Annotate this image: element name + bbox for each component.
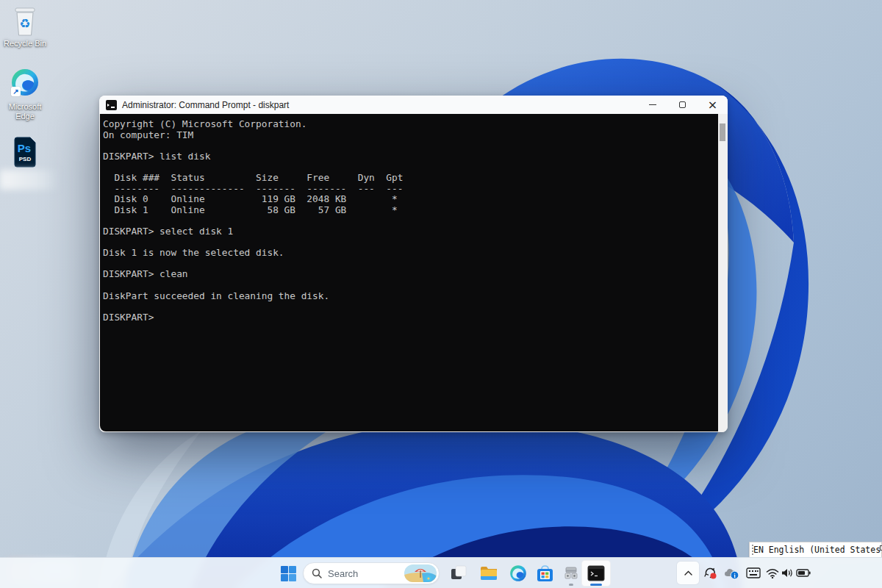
battery-tray-icon[interactable]	[795, 562, 811, 584]
update-restart-tray-icon[interactable]	[700, 562, 720, 584]
edge-taskbar-button[interactable]	[503, 560, 533, 587]
photoshop-psd-icon: Ps PSD	[10, 137, 40, 168]
touch-keyboard-tray-icon[interactable]	[744, 562, 763, 584]
microsoft-edge-icon	[509, 564, 527, 582]
minimize-icon	[649, 104, 656, 105]
taskbar: Search	[0, 557, 882, 588]
command-prompt-taskbar-button[interactable]	[581, 560, 611, 587]
wifi-tray-icon[interactable]	[764, 562, 780, 584]
windows-logo-icon	[281, 566, 296, 581]
language-label: EN English (United States)	[753, 545, 882, 555]
shortcut-arrow-icon: ↗	[11, 87, 21, 96]
scrollbar[interactable]	[718, 114, 727, 431]
search-input[interactable]: Search	[303, 562, 440, 584]
window-title: Administrator: Command Prompt - diskpart	[122, 100, 289, 110]
close-button[interactable]: ×	[698, 96, 728, 114]
maximize-button[interactable]	[667, 96, 698, 114]
volume-tray-icon[interactable]	[780, 562, 795, 584]
desktop-icon-label: Microsoft Edge	[1, 102, 49, 121]
task-view-button[interactable]	[444, 560, 473, 587]
microsoft-store-icon	[537, 565, 553, 582]
command-prompt-window[interactable]: Administrator: Command Prompt - diskpart…	[99, 96, 728, 432]
search-highlight-image	[404, 564, 437, 582]
maximize-icon	[679, 101, 686, 108]
start-button[interactable]	[273, 560, 303, 587]
search-placeholder: Search	[328, 568, 398, 579]
battery-icon	[796, 569, 811, 577]
file-explorer-button[interactable]	[474, 560, 503, 587]
tray-overflow-button[interactable]	[677, 562, 699, 584]
command-prompt-icon	[587, 565, 605, 581]
desktop-icon-microsoft-edge[interactable]: ↗ Microsoft Edge	[1, 68, 49, 121]
microsoft-store-button[interactable]	[530, 560, 559, 587]
recycle-bin-icon: ♻	[10, 6, 40, 37]
terminal-output[interactable]: Copyright (C) Microsoft Corporation. On …	[100, 114, 718, 431]
svg-text:Ps: Ps	[18, 142, 31, 154]
cloud-info-icon: i	[724, 567, 740, 580]
chevron-up-icon	[684, 570, 692, 576]
cmd-icon	[106, 100, 117, 110]
speaker-icon	[781, 567, 794, 578]
minimize-button[interactable]	[637, 96, 667, 114]
scrollbar-thumb[interactable]	[720, 123, 725, 141]
svg-text:♻: ♻	[19, 17, 30, 31]
desktop-icon-psd-file[interactable]: Ps PSD	[1, 137, 49, 168]
window-controls: ×	[637, 96, 728, 114]
sync-update-icon	[703, 566, 717, 580]
desktop-icon-recycle-bin[interactable]: ♻ Recycle Bin	[1, 6, 49, 49]
window-titlebar[interactable]: Administrator: Command Prompt - diskpart…	[99, 96, 728, 114]
keyboard-icon	[746, 567, 761, 578]
file-explorer-icon	[480, 565, 498, 581]
utility-app-icon	[563, 565, 579, 581]
wifi-icon	[766, 568, 779, 578]
console-area: Copyright (C) Microsoft Corporation. On …	[99, 114, 728, 432]
search-icon	[312, 568, 322, 578]
language-bar[interactable]: EN English (United States)	[749, 542, 882, 558]
cloud-info-tray-icon[interactable]: i	[723, 562, 742, 584]
desktop: ♻ Recycle Bin ↗ Microsoft Edge Ps PSD	[0, 0, 882, 588]
psd-filename-redacted	[0, 170, 57, 190]
svg-text:PSD: PSD	[19, 156, 32, 162]
running-indicator	[569, 584, 573, 586]
task-view-icon	[451, 565, 467, 581]
active-indicator	[590, 584, 602, 586]
desktop-icon-label: Recycle Bin	[1, 39, 49, 49]
